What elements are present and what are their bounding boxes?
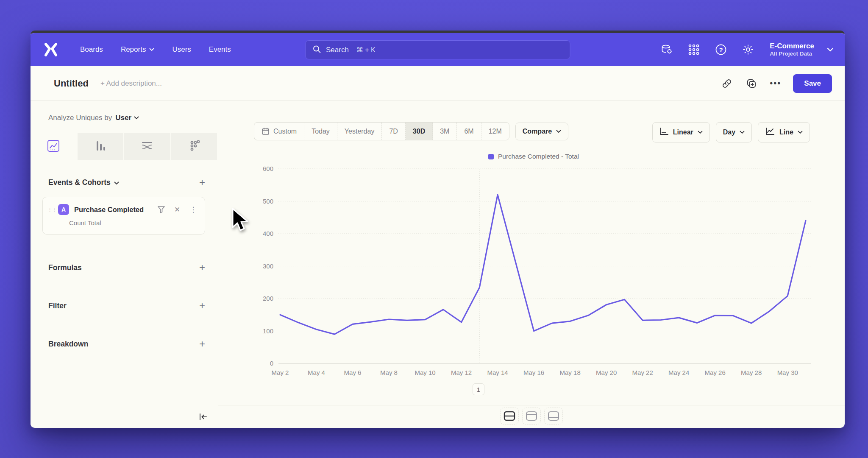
add-filter-button[interactable]: + [199,301,205,311]
top-panel-layout-button[interactable] [522,408,541,424]
project-chevron-down-icon [827,46,834,53]
legend-item[interactable]: Purchase Completed - Total [488,153,579,160]
range-chip-6m[interactable]: 6M [457,123,481,140]
add-formulas-button[interactable]: + [199,263,205,273]
search-shortcut: ⌘ + K [356,46,376,54]
range-chip-today[interactable]: Today [304,123,337,140]
tab-flow-chart[interactable] [124,133,171,160]
nav-item-users[interactable]: Users [172,45,191,54]
event-metric[interactable]: Count Total [69,219,199,226]
nav-item-events[interactable]: Events [209,45,231,54]
chart-panel: CustomTodayYesterday7D30D3M6M12M Compare… [218,101,845,427]
calendar-icon [262,127,270,135]
x-tick-label: May 22 [632,369,653,376]
event-name[interactable]: Purchase Completed [74,206,144,214]
x-tick-label: May 4 [308,369,325,376]
layout-switcher [218,405,845,427]
y-tick-label: 0 [270,360,273,367]
events-cohorts-header[interactable]: Events & Cohorts + [48,177,205,187]
line-chart-icon [47,140,60,154]
x-tick-label: May 24 [668,369,689,376]
range-chip-yesterday[interactable]: Yesterday [337,123,382,140]
date-range-group: CustomTodayYesterday7D30D3M6M12M [254,122,509,140]
more-options-icon[interactable]: ••• [770,78,781,88]
tab-scatter-chart[interactable] [171,133,218,160]
linear-scale-icon [659,127,669,137]
chart-line[interactable] [280,195,806,334]
y-tick-label: 400 [263,230,273,237]
add-breakdown-button[interactable]: + [199,339,205,349]
sidebar-group-filter: Filter+ [48,301,205,311]
drag-handle[interactable]: ⋮⋮ [47,207,53,213]
analyze-by-dropdown[interactable]: User [115,114,139,122]
project-subtitle: All Project Data [770,50,814,58]
project-switcher[interactable]: E-Commerce All Project Data [770,42,814,58]
collapse-sidebar-icon[interactable] [198,413,208,422]
save-button[interactable]: Save [793,74,832,93]
event-card[interactable]: ⋮⋮ A Purchase Completed ✕ ⋮ Count Total [42,197,205,235]
line-chart[interactable]: 0100200300400500600May 2May 4May 6May 8M… [254,163,813,390]
project-name: E-Commerce [770,42,814,50]
nav-item-boards[interactable]: Boards [80,45,103,54]
x-tick-label: May 16 [523,369,544,376]
scale-dropdown[interactable]: Linear [652,122,710,142]
tab-bar-chart[interactable] [78,133,125,160]
x-tick-label: May 6 [344,369,362,376]
scatter-chart-icon [188,140,200,154]
sidebar-group-breakdown: Breakdown+ [48,339,205,349]
help-icon[interactable]: ? [714,42,728,57]
interval-dropdown[interactable]: Day [716,122,752,142]
chevron-down-icon [114,178,119,187]
add-event-button[interactable]: + [199,177,205,187]
duplicate-icon[interactable] [745,77,758,90]
data-management-icon[interactable] [659,42,674,57]
mixpanel-logo-icon[interactable] [42,41,60,58]
chart-legend: Purchase Completed - Total [254,153,813,161]
report-title-bar: Untitled + Add description... ••• Save [31,66,845,101]
add-description-field[interactable]: + Add description... [100,79,162,88]
remove-event-icon[interactable]: ✕ [172,205,183,214]
copy-link-icon[interactable] [721,77,733,90]
analyze-label: Analyze Uniques by [48,114,112,122]
group-label: Breakdown [48,340,88,349]
range-chip-30d[interactable]: 30D [406,123,433,140]
line-type-icon [765,127,775,137]
event-kebab-icon[interactable]: ⋮ [188,205,199,214]
y-tick-label: 600 [263,165,273,172]
legend-label: Purchase Completed - Total [498,153,579,160]
query-sidebar: Analyze Uniques by User [31,101,218,427]
chart-display-controls: Linear Day Line [652,122,810,142]
x-tick-label: May 20 [596,369,617,376]
x-tick-label: May 18 [560,369,581,376]
sidebar-group-formulas: Formulas+ [48,263,205,273]
nav-item-reports[interactable]: Reports [121,45,155,54]
compare-button[interactable]: Compare [515,123,568,140]
y-tick-label: 300 [263,263,273,270]
top-nav: BoardsReportsUsersEvents Search ⌘ + K [31,33,845,66]
split-horizontal-layout-button[interactable] [500,408,519,424]
range-chip-12m[interactable]: 12M [481,123,509,140]
group-label: Filter [48,302,67,310]
search-icon [312,45,321,55]
svg-text:?: ? [719,46,723,53]
search-input[interactable]: Search ⌘ + K [305,40,570,59]
x-tick-label: May 2 [272,369,289,376]
chevron-down-icon [149,48,154,51]
x-tick-label: May 28 [741,369,762,376]
settings-gear-icon[interactable] [741,42,755,57]
search-placeholder: Search [326,46,349,54]
pagination-page-1[interactable]: 1 [473,383,484,395]
apps-grid-icon[interactable] [687,42,701,57]
filter-funnel-icon[interactable] [156,206,167,213]
chart-type-dropdown[interactable]: Line [758,122,810,142]
range-chip-3m[interactable]: 3M [433,123,457,140]
x-tick-label: May 10 [415,369,435,376]
title-actions: ••• Save [721,74,832,93]
event-badge: A [58,204,69,215]
report-title[interactable]: Untitled [54,78,89,89]
app-window: BoardsReportsUsersEvents Search ⌘ + K [31,31,845,428]
range-chip-7d[interactable]: 7D [382,123,405,140]
tab-line-chart[interactable] [31,133,78,160]
bottom-panel-layout-button[interactable] [544,408,563,424]
range-chip-custom[interactable]: Custom [254,123,304,140]
